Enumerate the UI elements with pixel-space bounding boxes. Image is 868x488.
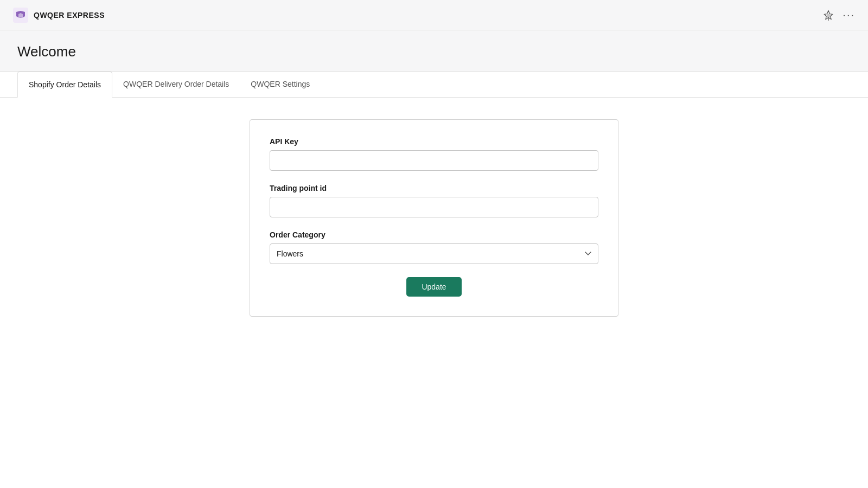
tabs-bar: Shopify Order Details QWQER Delivery Ord… bbox=[0, 72, 868, 98]
api-key-group: API Key bbox=[270, 137, 598, 171]
tab-qwqer-settings[interactable]: QWQER Settings bbox=[240, 71, 321, 97]
order-category-group: Order Category Flowers Electronics Cloth… bbox=[270, 230, 598, 264]
tab-shopify-order-details[interactable]: Shopify Order Details bbox=[17, 72, 112, 98]
api-key-input[interactable] bbox=[270, 150, 598, 171]
order-category-label: Order Category bbox=[270, 230, 598, 239]
order-category-select[interactable]: Flowers Electronics Clothing Food Other bbox=[270, 243, 598, 264]
tab-qwqer-delivery-order-details[interactable]: QWQER Delivery Order Details bbox=[112, 71, 240, 97]
main-content: API Key Trading point id Order Category … bbox=[0, 98, 868, 488]
api-key-label: API Key bbox=[270, 137, 598, 146]
trading-point-label: Trading point id bbox=[270, 184, 598, 192]
pin-icon[interactable] bbox=[823, 10, 834, 21]
app-title: QWQER EXPRESS bbox=[34, 11, 105, 20]
update-button[interactable]: Update bbox=[406, 277, 461, 297]
page-title: Welcome bbox=[17, 43, 851, 60]
topbar: QWQER EXPRESS ··· bbox=[0, 0, 868, 30]
topbar-left: QWQER EXPRESS bbox=[13, 8, 105, 23]
welcome-section: Welcome bbox=[0, 30, 868, 72]
trading-point-group: Trading point id bbox=[270, 184, 598, 217]
app-logo-icon bbox=[13, 8, 28, 23]
topbar-right: ··· bbox=[823, 9, 855, 21]
more-options-icon[interactable]: ··· bbox=[843, 9, 855, 21]
trading-point-input[interactable] bbox=[270, 197, 598, 217]
settings-card: API Key Trading point id Order Category … bbox=[250, 119, 618, 317]
